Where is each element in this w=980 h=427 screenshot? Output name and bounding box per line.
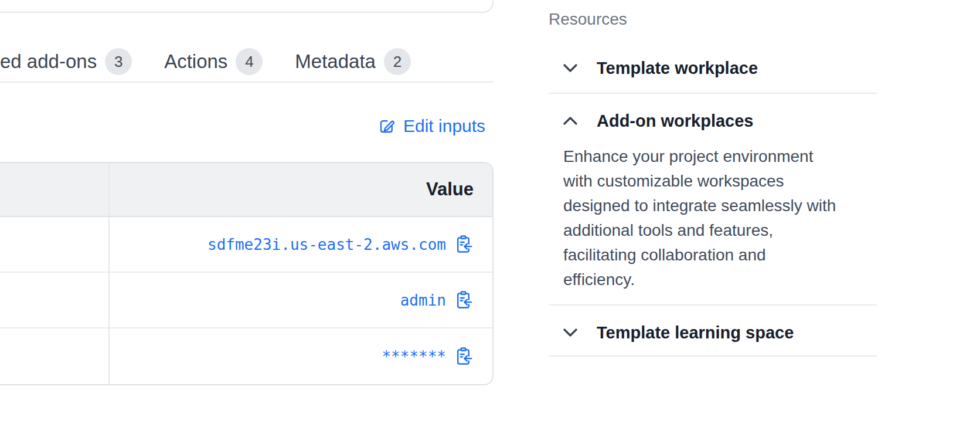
tab-count-badge: 3 <box>105 48 132 75</box>
name-column-header <box>0 163 110 216</box>
resources-panel: Resources Template workplace Add-on work… <box>549 11 877 357</box>
tab-label: Actions <box>164 50 227 73</box>
name-cell <box>0 273 110 327</box>
description-line: facilitating collaboration and <box>563 243 877 267</box>
chevron-down-icon <box>563 63 577 73</box>
tab-label: Metadata <box>295 50 376 73</box>
tab-bar: ed add-ons 3 Actions 4 Metadata 2 <box>0 48 411 75</box>
edit-inputs-label: Edit inputs <box>403 116 485 136</box>
table-row: sdfme23i.us-east-2.aws.com <box>0 217 492 273</box>
copy-to-clipboard-icon[interactable] <box>454 235 472 254</box>
accordion-header-template-learning-space[interactable]: Template learning space <box>549 306 877 355</box>
value-cell-password-masked[interactable]: ******* <box>382 348 446 365</box>
edit-pencil-icon <box>378 117 396 135</box>
table-header-row: Value <box>0 163 492 217</box>
clipped-card-above <box>0 0 494 13</box>
value-column-header: Value <box>110 163 492 216</box>
description-line: with customizable workspaces <box>563 169 877 194</box>
value-cell-username[interactable]: admin <box>400 292 446 309</box>
tab-label: ed add-ons <box>0 50 97 73</box>
edit-inputs-button[interactable]: Edit inputs <box>378 116 485 136</box>
tab-count-badge: 2 <box>384 48 411 75</box>
tab-actions[interactable]: Actions 4 <box>164 48 263 75</box>
tabs-divider <box>0 82 494 83</box>
accordion-section-add-on-workplaces: Add-on workplaces Enhance your project e… <box>549 94 877 306</box>
section-title: Add-on workplaces <box>597 108 754 134</box>
section-title: Template learning space <box>597 320 794 345</box>
accordion-header-template-workplace[interactable]: Template workplace <box>549 28 877 93</box>
description-line: efficiency. <box>563 267 877 292</box>
name-cell <box>0 328 110 384</box>
tab-installed-add-ons[interactable]: ed add-ons 3 <box>0 48 132 75</box>
section-description: Enhance your project environment with cu… <box>563 144 877 304</box>
accordion-section-template-workplace: Template workplace <box>549 28 877 94</box>
name-cell <box>0 217 110 272</box>
table-row: ******* <box>0 328 492 384</box>
description-line: additional tools and features, <box>563 218 877 243</box>
inputs-table: Value sdfme23i.us-east-2.aws.com admin <box>0 162 494 385</box>
accordion-header-add-on-workplaces[interactable]: Add-on workplaces <box>549 94 877 134</box>
description-line: designed to integrate seamlessly with <box>563 194 877 218</box>
tab-count-badge: 4 <box>236 48 263 75</box>
copy-to-clipboard-icon[interactable] <box>454 290 472 310</box>
copy-to-clipboard-icon[interactable] <box>454 347 472 366</box>
chevron-down-icon <box>563 328 577 337</box>
section-title: Template workplace <box>597 55 758 81</box>
accordion-section-template-learning-space: Template learning space <box>549 306 877 357</box>
description-line: Enhance your project environment <box>563 144 877 169</box>
tab-metadata[interactable]: Metadata 2 <box>295 48 411 75</box>
value-cell-host[interactable]: sdfme23i.us-east-2.aws.com <box>207 236 446 253</box>
chevron-up-icon <box>563 116 577 126</box>
table-row: admin <box>0 273 492 328</box>
resources-title: Resources <box>549 11 877 28</box>
